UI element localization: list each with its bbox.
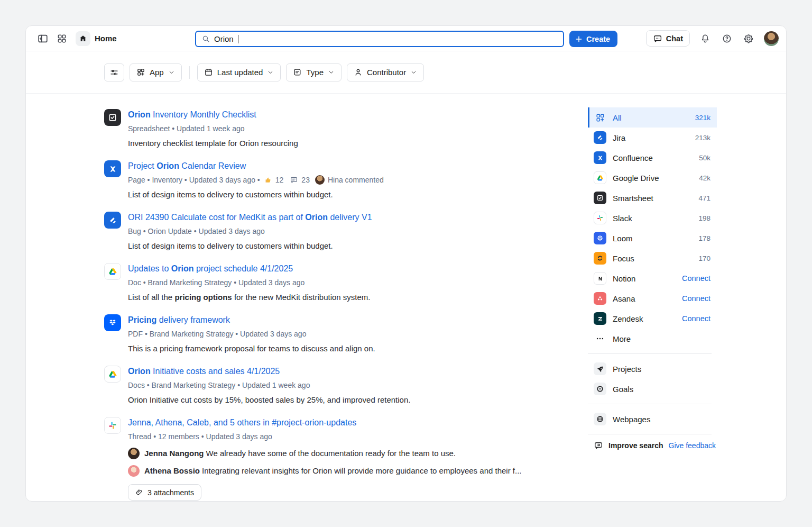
rail-divider (588, 434, 712, 434)
chevron-down-icon (168, 69, 175, 76)
notion-icon (594, 272, 606, 285)
panel-toggle-icon (37, 33, 49, 44)
calendar-icon (204, 68, 213, 77)
rail-item-confluence[interactable]: Confluence 50k (588, 148, 717, 168)
result-description: This is a pricing framework proposal for… (128, 343, 375, 354)
google-drive-icon (104, 366, 121, 383)
rail-item-google-drive[interactable]: Google Drive 42k (588, 168, 717, 188)
chevron-down-icon (267, 69, 274, 76)
app-filter-rail: All 321k Jira 213k Confluence 50k (588, 94, 717, 501)
rail-item-notion[interactable]: Notion Connect (588, 268, 717, 288)
settings-button[interactable] (742, 30, 755, 47)
app-switcher-button[interactable] (53, 30, 70, 47)
content-area: Orion Inventory Monthly Checklist Spread… (26, 94, 786, 501)
result-count: 50k (699, 154, 710, 162)
filter-app-dropdown[interactable]: App (130, 63, 182, 81)
rail-item-zendesk[interactable]: Zendesk Connect (588, 308, 717, 329)
rail-item-asana[interactable]: Asana Connect (588, 288, 717, 308)
thumbs-up-icon (263, 176, 272, 185)
rail-item-goals[interactable]: Goals (588, 379, 717, 399)
search-results-list: Orion Inventory Monthly Checklist Spread… (104, 94, 527, 501)
smartsheet-icon (594, 192, 606, 204)
result-count: 198 (698, 214, 710, 222)
result-title-link[interactable]: Orion Inventory Monthly Checklist (128, 109, 256, 121)
dropbox-icon (104, 314, 121, 331)
result-title-link[interactable]: ORI 24390 Calculate cost for MedKit as p… (128, 212, 372, 223)
rail-item-smartsheet[interactable]: Smartsheet 471 (588, 188, 717, 208)
search-input[interactable]: Orion (195, 31, 564, 47)
rail-item-focus[interactable]: Focus 170 (588, 248, 717, 268)
rail-item-jira[interactable]: Jira 213k (588, 128, 717, 148)
rail-item-slack[interactable]: Slack 198 (588, 208, 717, 228)
rail-divider (588, 404, 712, 404)
app-switcher-icon (57, 33, 67, 44)
connect-link[interactable]: Connect (682, 274, 710, 283)
chat-bubble-icon (653, 34, 662, 43)
slack-icon (594, 212, 606, 224)
rocket-icon (594, 362, 606, 375)
search-result-row[interactable]: Updates to Orion project schedule 4/1/20… (104, 263, 527, 303)
gear-icon (743, 33, 754, 44)
comment-icon (290, 176, 298, 184)
result-title-link[interactable]: Jenna, Athena, Caleb, and 5 others in #p… (128, 417, 356, 429)
jira-icon (104, 212, 121, 229)
focus-icon (594, 252, 606, 265)
connect-link[interactable]: Connect (682, 294, 710, 303)
rail-item-projects[interactable]: Projects (588, 359, 717, 379)
search-result-row[interactable]: ORI 24390 Calculate cost for MedKit as p… (104, 212, 527, 251)
result-description: Orion Initiative cut costs by 15%, boost… (128, 395, 410, 405)
result-count: 42k (699, 174, 710, 182)
result-count: 471 (698, 194, 710, 202)
attachments-button[interactable]: 3 attachments (128, 484, 201, 501)
chat-button[interactable]: Chat (646, 30, 690, 47)
result-title-link[interactable]: Orion Initiative costs and sales 4/1/202… (128, 366, 280, 377)
result-meta: Page • Inventory • Updated 3 days ago • … (128, 175, 384, 185)
rail-item-more[interactable]: More (588, 329, 717, 349)
thread-message: Jenna NangongWe already have some of the… (128, 448, 522, 459)
result-title-link[interactable]: Updates to Orion project schedule 4/1/20… (128, 263, 293, 275)
message-avatar (128, 448, 140, 459)
search-query-text: Orion (214, 34, 234, 43)
help-button[interactable] (721, 30, 733, 47)
filter-settings-button[interactable] (104, 63, 124, 81)
rail-item-all[interactable]: All 321k (588, 107, 717, 128)
result-title-link[interactable]: Pricing delivery framework (128, 314, 230, 326)
filter-divider (189, 66, 190, 79)
filter-type-dropdown[interactable]: Type (286, 63, 342, 81)
feedback-icon (594, 441, 603, 450)
result-description: List of all the pricing options for the … (128, 292, 371, 303)
more-ellipsis-icon (594, 332, 606, 345)
give-feedback-link[interactable]: Give feedback (669, 441, 716, 450)
sidebar-toggle-button[interactable] (34, 30, 51, 47)
result-meta: Docs • Brand Marketing Strategy • Update… (128, 380, 410, 390)
commenter-avatar (315, 175, 325, 185)
result-meta: Doc • Brand Marketing Strategy • Updated… (128, 277, 371, 288)
filter-last-updated-dropdown[interactable]: Last updated (197, 63, 281, 81)
zendesk-icon (594, 312, 606, 325)
chevron-down-icon (410, 69, 417, 76)
rail-item-webpages[interactable]: Webpages (588, 409, 717, 429)
person-icon (354, 68, 363, 77)
filter-contributor-dropdown[interactable]: Contributor (347, 63, 424, 81)
create-button[interactable]: Create (569, 31, 617, 47)
result-description: Inventory checklist template for Orion r… (128, 138, 298, 149)
notifications-button[interactable] (699, 30, 712, 47)
result-title-link[interactable]: Project Orion Calendar Review (128, 160, 246, 172)
search-result-row[interactable]: Project Orion Calendar Review Page • Inv… (104, 160, 527, 200)
user-avatar[interactable] (764, 31, 779, 46)
connect-link[interactable]: Connect (682, 314, 710, 323)
home-icon[interactable] (76, 31, 90, 46)
asana-icon (594, 292, 606, 305)
search-result-row[interactable]: Orion Initiative costs and sales 4/1/202… (104, 366, 527, 405)
top-bar: Home Orion Create Chat (26, 26, 786, 51)
google-drive-icon (104, 263, 121, 280)
jira-icon (594, 131, 606, 144)
google-drive-icon (594, 171, 606, 184)
all-grid-icon (594, 111, 606, 124)
result-count: 170 (698, 255, 710, 262)
rail-item-loom[interactable]: Loom 178 (588, 228, 717, 248)
result-meta: Bug • Orion Update • Updated 3 days ago (128, 226, 372, 237)
search-result-row[interactable]: Orion Inventory Monthly Checklist Spread… (104, 109, 527, 149)
search-result-row[interactable]: Pricing delivery framework PDF • Brand M… (104, 314, 527, 354)
search-result-row[interactable]: Jenna, Athena, Caleb, and 5 others in #p… (104, 417, 527, 501)
